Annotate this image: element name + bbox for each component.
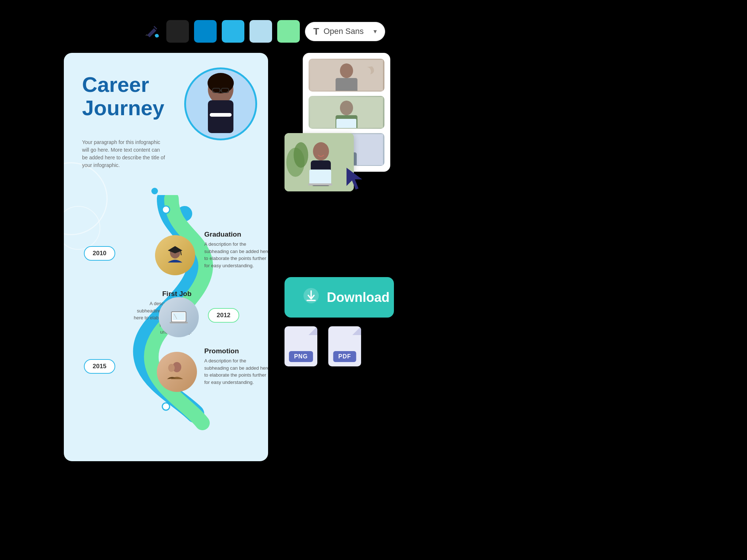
png-badge: PNG xyxy=(289,351,313,362)
png-format-icon[interactable]: PNG xyxy=(285,326,317,366)
graduation-heading: Graduation xyxy=(204,230,268,238)
svg-rect-39 xyxy=(308,183,332,186)
download-label: Download xyxy=(327,290,390,305)
font-name: Open Sans xyxy=(324,27,369,36)
year-badge-2012: 2012 xyxy=(208,308,239,323)
color-swatch-paleblue[interactable] xyxy=(249,20,272,43)
font-selector[interactable]: T Open Sans ▾ xyxy=(305,22,385,41)
right-section xyxy=(285,53,390,172)
color-swatch-blue[interactable] xyxy=(194,20,217,43)
promotion-desc: A description for the subheading can be … xyxy=(204,357,268,386)
format-icons: PNG PDF xyxy=(285,326,394,366)
svg-rect-38 xyxy=(309,170,331,184)
svg-point-24 xyxy=(340,101,353,115)
year-badge-2015: 2015 xyxy=(84,359,115,374)
pdf-badge: PDF xyxy=(333,351,356,362)
hero-photo xyxy=(184,67,257,140)
card-subtitle: Your paragraph for this infographic will… xyxy=(82,139,166,169)
firstjob-heading: First Job xyxy=(129,290,191,298)
gallery-image-1[interactable] xyxy=(309,59,384,92)
graduation-desc: A description for the subheading can be … xyxy=(204,241,268,269)
card-title-block: Career Journey xyxy=(82,73,165,120)
svg-line-13 xyxy=(181,250,181,255)
card-title-line2: Journey xyxy=(82,96,165,120)
floating-selected-image xyxy=(285,133,354,191)
download-button[interactable]: Download xyxy=(285,277,394,318)
svg-point-8 xyxy=(162,206,170,213)
pdf-format-icon[interactable]: PDF xyxy=(328,326,361,366)
chevron-down-icon: ▾ xyxy=(374,27,377,35)
paint-bucket-icon[interactable] xyxy=(142,22,161,41)
font-t-icon: T xyxy=(313,26,319,37)
year-badge-2010: 2010 xyxy=(84,246,115,261)
download-icon xyxy=(303,287,320,307)
cursor-arrow xyxy=(345,166,367,193)
timeline-item-1: 2010 xyxy=(84,246,115,261)
color-swatch-black[interactable] xyxy=(166,20,189,43)
svg-point-35 xyxy=(294,142,308,168)
svg-point-21 xyxy=(340,63,353,78)
color-swatch-lightblue[interactable] xyxy=(222,20,244,43)
toolbar: T Open Sans ▾ xyxy=(142,20,385,43)
download-section: Download PNG PDF xyxy=(285,270,394,366)
svg-point-10 xyxy=(162,403,170,410)
svg-marker-12 xyxy=(168,246,182,253)
promotion-content: Promotion A description for the subheadi… xyxy=(204,347,268,386)
svg-marker-40 xyxy=(347,168,362,190)
svg-rect-16 xyxy=(170,322,188,323)
color-swatch-green[interactable] xyxy=(277,20,300,43)
svg-point-19 xyxy=(168,364,175,372)
photo-laptop xyxy=(159,297,199,337)
timeline-connector-dot xyxy=(151,188,158,194)
svg-rect-22 xyxy=(336,78,357,91)
photo-meeting xyxy=(157,352,197,392)
svg-rect-3 xyxy=(210,113,232,117)
graduation-content: Graduation A description for the subhead… xyxy=(204,230,268,269)
svg-rect-15 xyxy=(173,313,185,320)
infographic-card: Career Journey Your paragraph for this i… xyxy=(64,53,268,461)
card-title-line1: Career xyxy=(82,73,165,96)
svg-rect-26 xyxy=(336,119,356,128)
promotion-heading: Promotion xyxy=(204,347,268,355)
gallery-image-2[interactable] xyxy=(309,96,384,129)
photo-graduation xyxy=(155,235,195,275)
svg-point-36 xyxy=(313,142,329,160)
